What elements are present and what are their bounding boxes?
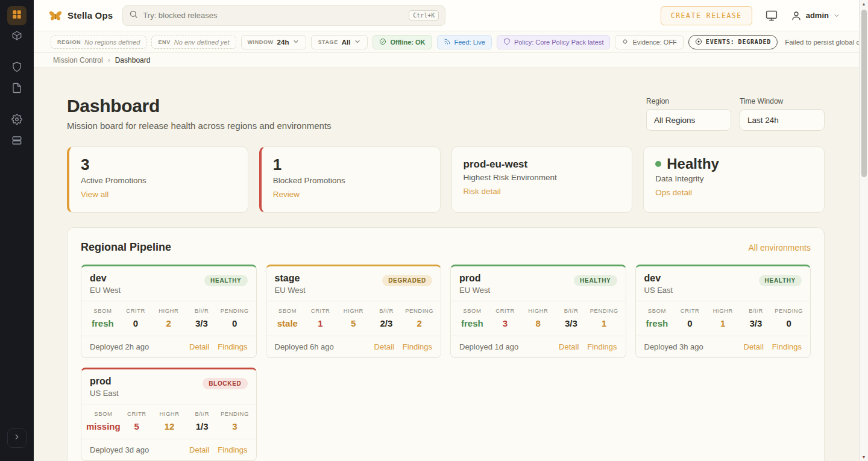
detail-link[interactable]: Detail [559,342,579,351]
blocked-promotions-label: Blocked Promotions [273,176,429,185]
deployed-timestamp: Deployed 2h ago [90,342,149,351]
detail-link[interactable]: Detail [744,342,764,351]
page-head: Dashboard Mission board for release heal… [67,96,825,131]
time-window-filter-select[interactable]: Last 24h [740,109,825,131]
metric-value-bir: 3/3 [740,318,773,328]
window-chip-label: WINDOW [248,39,274,45]
metric-value-highr: 8 [521,318,555,328]
metric-header: B/I/R [555,307,588,314]
highest-risk-card: prod-eu-west Highest Risk Environment Ri… [451,146,633,213]
env-metrics: SBOMfresh CRITR0 HIGHR2 B/I/R3/3 PENDING… [81,301,256,336]
status-badge: HEALTHY [574,275,617,286]
sidebar-item-releases[interactable] [7,27,27,46]
metric-value-sbom: missing [86,421,121,431]
env-card-prod-eu-west: prod EU West HEALTHY SBOMfresh CRITR3 HI… [450,265,626,358]
blocked-promotions-value: 1 [273,156,429,174]
events-status-chip[interactable]: EVENTS: DEGRADED [688,35,778,49]
sidebar-item-infrastructure[interactable] [7,132,27,151]
data-integrity-card: Healthy Data Integrity Ops detail [643,146,825,213]
server-icon [11,135,22,148]
time-window-filter-label: Time Window [740,97,825,105]
all-environments-link[interactable]: All environments [749,243,811,252]
metric-value-bir: 2/3 [370,318,403,328]
regional-pipeline-section: Regional Pipeline All environments dev E… [67,227,825,461]
detail-link[interactable]: Detail [189,342,209,351]
healthy-dot-icon [655,161,661,167]
window-chip-value: 24h [277,39,289,46]
global-search[interactable]: Ctrl+K [122,5,445,26]
sidebar-expand-button[interactable] [7,428,27,448]
metric-value-bir: 3/3 [185,318,218,328]
findings-link[interactable]: Findings [218,342,247,351]
monitor-icon[interactable] [766,10,778,22]
environment-name: prod [90,376,119,387]
offline-status-chip[interactable]: Offline: OK [373,35,432,49]
environment-name: dev [644,273,673,284]
stage-context-chip[interactable]: STAGE All [311,35,368,49]
sidebar-item-settings[interactable] [7,111,27,130]
env-card-foot: Deployed 6h ago Detail Findings [266,336,441,357]
metric-value-sbom: stale [271,318,304,328]
findings-link[interactable]: Findings [772,342,802,351]
env-card-foot: Deployed 3d ago Detail Findings [81,439,256,460]
sidebar-item-documents[interactable] [7,80,27,99]
page-scrollbar[interactable]: ▲ ▼ [859,0,868,461]
scroll-up-arrow[interactable]: ▲ [860,2,868,6]
risk-detail-link[interactable]: Risk detail [464,187,501,196]
metric-value-pending: 0 [218,318,251,328]
env-metrics: SBOMmissing CRITR5 HIGHR12 B/I/R1/3 PEND… [81,404,256,439]
region-filter-select[interactable]: All Regions [646,109,731,131]
user-menu[interactable]: admin [791,10,840,21]
metric-value-pending: 2 [403,318,436,328]
region-context-chip[interactable]: REGION No regions defined [51,36,146,49]
breadcrumb-mission-control[interactable]: Mission Control [53,56,103,64]
metric-header: SBOM [271,307,304,314]
window-context-chip[interactable]: WINDOW 24h [241,35,307,49]
evidence-status-chip[interactable]: Evidence: OFF [615,35,683,49]
env-card-foot: Deployed 3h ago Detail Findings [636,336,811,357]
shield-icon [503,38,511,46]
create-release-button[interactable]: CREATE RELEASE [661,6,752,25]
feed-status-chip[interactable]: Feed: Live [437,35,492,49]
status-badge: BLOCKED [203,378,247,389]
metric-value-bir: 1/3 [186,421,218,431]
region-filter-label: Region [646,97,731,105]
sidebar-item-dashboard[interactable] [7,6,27,25]
breadcrumb: Mission Control › Dashboard [34,53,868,68]
environment-region: US East [90,389,119,398]
sidebar-item-security[interactable] [7,58,27,78]
scroll-down-arrow[interactable]: ▼ [860,455,868,459]
metric-value-critr: 3 [489,318,522,328]
search-input[interactable] [143,11,404,20]
brand-name: Stella Ops [68,10,113,20]
env-card-head: prod US East BLOCKED [81,369,256,404]
findings-link[interactable]: Findings [403,342,432,351]
ops-detail-link[interactable]: Ops detail [655,188,692,197]
detail-link[interactable]: Detail [189,445,209,454]
env-context-chip[interactable]: ENV No env defined yet [151,36,236,49]
metric-value-pending: 1 [588,318,621,328]
review-link[interactable]: Review [273,190,300,199]
document-icon [11,83,22,96]
app-root: Stella Ops Ctrl+K CREATE RELEASE admin R… [0,0,868,461]
scrollbar-thumb[interactable] [861,10,867,177]
env-card-foot: Deployed 2h ago Detail Findings [81,336,256,357]
env-card-foot: Deployed 1d ago Detail Findings [451,336,626,357]
sidebar-group-1 [7,6,27,46]
metric-header: CRITR [489,307,522,314]
metric-value-critr: 0 [119,318,153,328]
policy-status-label: Policy: Core Policy Pack latest [514,39,604,46]
findings-link[interactable]: Findings [587,342,617,351]
metric-value-bir: 3/3 [555,318,588,328]
env-card-dev-us-east: dev US East HEALTHY SBOMfresh CRITR0 HIG… [635,265,811,358]
env-chip-label: ENV [158,39,170,45]
env-metrics: SBOMstale CRITR1 HIGHR5 B/I/R2/3 PENDING… [266,301,441,336]
page-title: Dashboard [67,96,332,116]
brand[interactable]: Stella Ops [48,8,113,23]
policy-status-chip[interactable]: Policy: Core Policy Pack latest [497,35,611,49]
findings-link[interactable]: Findings [218,445,247,454]
detail-link[interactable]: Detail [374,342,394,351]
highest-risk-value: prod-eu-west [464,156,621,171]
breadcrumb-dashboard: Dashboard [115,56,151,64]
view-all-link[interactable]: View all [81,190,108,199]
